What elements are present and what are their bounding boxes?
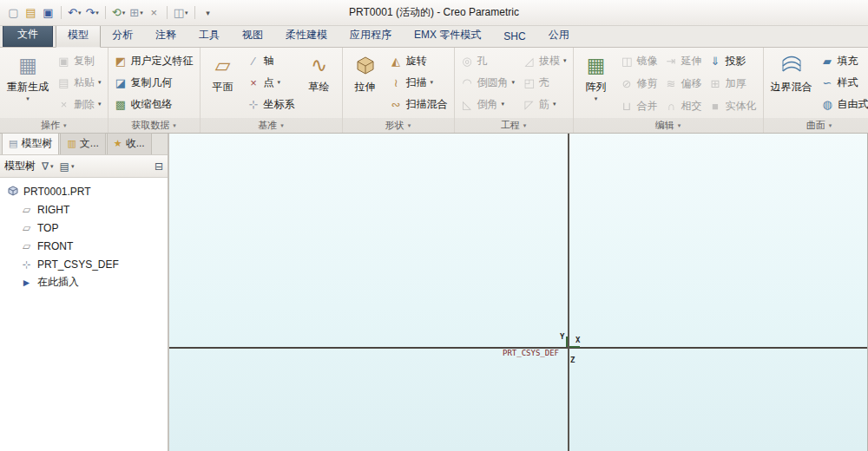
chevron-down-icon: ▾ [512,79,516,86]
nav-tab-folder-browser[interactable]: ▥文... [60,133,105,154]
freestyle-button[interactable]: ◍自由式 [819,94,868,114]
new-file-button[interactable]: ▢ [5,4,22,22]
merge-button[interactable]: ⊔合并 [618,95,661,116]
regenerate-quick-button[interactable]: ⟲▾ [110,4,127,22]
tab-applications[interactable]: 应用程序 [339,24,403,47]
tab-common[interactable]: 公用 [537,24,581,47]
thicken-button[interactable]: ⊞加厚 [707,73,760,94]
group-editing: ▦ 阵列 ▾ ◫镜像 ⇥延伸 ⇓投影 ⊘修剪 ≋偏移 ⊞加厚 ⊔合并 ∩相交 ■… [574,48,764,133]
sweep-button[interactable]: ≀扫描▾ [387,72,450,93]
datum-point-button[interactable]: ×点▾ [245,72,298,93]
model-display-button[interactable]: ◫▾ [172,4,190,22]
style-button[interactable]: ∽样式 [819,72,868,93]
group-surfaces-label[interactable]: 曲面▾ [764,118,868,133]
intersect-icon: ∩ [665,101,678,112]
graphics-area[interactable]: PRT_CSYS_DEF Y X Z [169,134,868,451]
mirror-button[interactable]: ◫镜像 [618,50,661,71]
chevron-down-icon: ▾ [185,10,188,16]
axis-label-y: Y [560,332,564,341]
tab-annotate[interactable]: 注释 [144,24,187,47]
datum-plane-icon: ▱ [20,223,33,233]
close-icon: × [150,6,157,19]
tree-item-part[interactable]: PRT0001.PRT [0,182,168,200]
rib-button[interactable]: ◸筋▾ [520,94,569,114]
tab-emx-part-mode[interactable]: EMX 零件模式 [403,24,492,47]
close-window-button[interactable]: × [146,4,162,22]
group-engineering: ◎孔 ◠倒圆角▾ ◺倒角▾ ◿拔模▾ ◰壳 ◸筋▾ 工程▾ [455,48,574,133]
save-button[interactable]: ▣ [40,4,56,22]
group-operations-label[interactable]: 操作▾ [0,118,108,133]
tree-item-insert-here[interactable]: ►在此插入 [0,273,168,291]
intersect-button[interactable]: ∩相交 [662,95,705,116]
chevron-down-icon: ▾ [98,79,102,86]
regenerate-button[interactable]: ▦ 重新生成 ▾ [3,50,52,118]
axis-label-z: Z [570,356,575,364]
pattern-button[interactable]: ▦ 阵列 ▾ [577,50,615,118]
fill-button[interactable]: ▰填充 [819,50,868,71]
group-get-data-label[interactable]: 获取数据▾ [108,118,200,133]
revolve-button[interactable]: ◭旋转 [387,50,450,71]
paste-button[interactable]: ▤粘贴▾ [55,72,104,93]
tab-shc[interactable]: SHC [492,27,536,47]
tree-item-plane-front[interactable]: ▱FRONT [0,237,168,255]
chevron-down-icon: ▾ [122,10,126,16]
model-tree: PRT0001.PRT ▱RIGHT ▱TOP ▱FRONT ⊹PRT_CSYS… [0,178,168,451]
group-engineering-label[interactable]: 工程▾ [455,118,573,133]
offset-button[interactable]: ≋偏移 [662,73,705,94]
tab-analysis[interactable]: 分析 [101,24,144,47]
tree-settings-button[interactable]: ▤▾ [60,160,75,173]
tab-view[interactable]: 视图 [231,24,274,47]
draft-icon: ◿ [523,56,536,67]
undo-button[interactable]: ↶▾ [66,4,82,22]
csys-label: PRT_CSYS_DEF [503,349,559,357]
tab-tools[interactable]: 工具 [187,24,231,47]
group-shapes-label[interactable]: 形状▾ [343,118,454,133]
nav-tab-model-tree[interactable]: ▤模型树 [2,133,59,154]
tab-model[interactable]: 模型 [56,23,101,48]
redo-button[interactable]: ↷▾ [83,4,100,22]
project-button[interactable]: ⇓投影 [707,50,760,71]
extrude-button[interactable]: 拉伸 [346,50,385,118]
tab-file[interactable]: 文件 [3,23,53,47]
datum-plane-button[interactable]: ▱ 平面 [204,50,242,118]
ribbon-tab-bar: 文件 模型 分析 注释 工具 视图 柔性建模 应用程序 EMX 零件模式 SHC… [0,26,868,48]
draft-button[interactable]: ◿拔模▾ [520,50,569,71]
sketch-button[interactable]: ∿ 草绘 [300,50,339,118]
navigator-panel: ▤模型树 ▥文... ★收... 模型树 ∇▾ ▤▾ ⊟ PRT0001.PRT… [0,134,169,451]
group-datum-label[interactable]: 基准▾ [201,118,342,133]
boundary-blend-button[interactable]: 边界混合 [767,50,816,118]
extend-button[interactable]: ⇥延伸 [662,50,705,71]
copy-button[interactable]: ▣复制 [55,50,104,71]
delete-button[interactable]: ×删除▾ [55,94,104,114]
group-surfaces: 边界混合 ▰填充 ∽样式 ◍自由式 曲面▾ [764,48,868,133]
open-button[interactable]: ▤ [23,4,39,22]
datum-csys-button[interactable]: ⊹坐标系 [245,94,298,114]
hole-button[interactable]: ◎孔 [458,50,518,71]
chamfer-button[interactable]: ◺倒角▾ [458,94,518,114]
datum-axis-button[interactable]: ∕轴 [245,50,298,71]
offset-icon: ≋ [665,78,678,89]
copy-geometry-button[interactable]: ◪复制几何 [112,72,196,93]
merge-icon: ⊔ [621,101,634,112]
pattern-icon: ▦ [587,51,606,79]
nav-tab-favorites[interactable]: ★收... [107,133,152,154]
solidify-button[interactable]: ■实体化 [707,95,760,116]
udf-button[interactable]: ◩用户定义特征 [112,50,196,71]
customize-toolbar-button[interactable]: ▾ [200,4,216,22]
shell-button[interactable]: ◰壳 [520,72,569,93]
round-button[interactable]: ◠倒圆角▾ [458,72,518,93]
redo-icon: ↷ [85,6,95,19]
tree-item-plane-top[interactable]: ▱TOP [0,219,168,237]
panel-options-button[interactable]: ⊟ [155,160,163,173]
trim-button[interactable]: ⊘修剪 [618,73,661,94]
star-icon: ★ [114,138,122,149]
chevron-down-icon: ▾ [98,101,102,108]
windows-button[interactable]: ⊞▾ [128,4,144,22]
tree-filter-button[interactable]: ∇▾ [42,160,54,173]
group-editing-label[interactable]: 编辑▾ [574,118,763,133]
tab-flexible-modeling[interactable]: 柔性建模 [274,24,339,47]
shrinkwrap-button[interactable]: ▩收缩包络 [112,94,196,114]
swept-blend-button[interactable]: ∾扫描混合 [387,94,450,114]
tree-item-csys[interactable]: ⊹PRT_CSYS_DEF [0,255,168,273]
tree-item-plane-right[interactable]: ▱RIGHT [0,200,168,219]
